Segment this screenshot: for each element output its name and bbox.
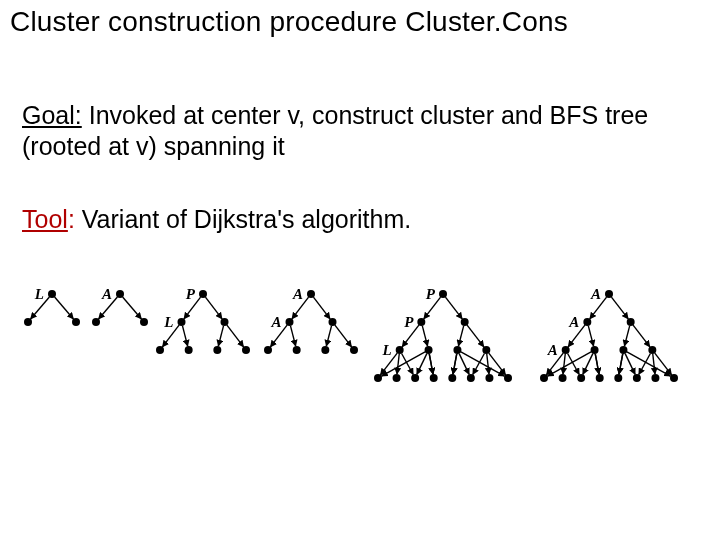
svg-line-40 <box>326 326 331 346</box>
svg-point-33 <box>293 346 301 354</box>
svg-point-94 <box>614 374 622 382</box>
svg-point-1 <box>48 290 56 298</box>
svg-point-3 <box>72 318 80 326</box>
page-title: Cluster construction procedure Cluster.C… <box>10 6 710 38</box>
svg-point-7 <box>116 290 124 298</box>
svg-point-93 <box>596 374 604 382</box>
svg-point-55 <box>430 374 438 382</box>
svg-point-35 <box>350 346 358 354</box>
svg-line-72 <box>487 354 489 374</box>
svg-text:P: P <box>426 286 436 302</box>
svg-line-109 <box>625 354 635 375</box>
svg-point-46 <box>417 318 425 326</box>
tool-text: Variant of Dijkstra's algorithm. <box>75 205 411 233</box>
svg-line-24 <box>182 326 187 346</box>
goal-line: Goal: Invoked at center v, construct clu… <box>22 100 700 163</box>
svg-point-51 <box>482 346 490 354</box>
svg-text:L: L <box>381 342 391 358</box>
svg-point-16 <box>221 318 229 326</box>
svg-line-22 <box>205 297 222 319</box>
svg-point-56 <box>448 374 456 382</box>
svg-text:A: A <box>270 314 281 330</box>
svg-line-106 <box>583 354 593 375</box>
svg-text:P: P <box>186 286 196 302</box>
svg-line-5 <box>55 297 74 319</box>
svg-point-59 <box>504 374 512 382</box>
tool-lead: Tool <box>22 205 68 233</box>
svg-point-84 <box>583 318 591 326</box>
tool-line: Tool: Variant of Dijkstra's algorithm. <box>22 205 700 234</box>
svg-text:A: A <box>292 286 303 302</box>
svg-point-32 <box>264 346 272 354</box>
svg-point-96 <box>651 374 659 382</box>
svg-point-52 <box>374 374 382 382</box>
svg-line-68 <box>417 354 427 375</box>
svg-point-30 <box>286 318 294 326</box>
svg-line-26 <box>227 325 244 347</box>
goal-text: Invoked at center v, construct cluster a… <box>22 101 648 160</box>
svg-line-110 <box>653 354 655 374</box>
svg-line-11 <box>123 297 142 319</box>
svg-line-25 <box>218 326 223 346</box>
svg-point-89 <box>648 346 656 354</box>
svg-point-29 <box>307 290 315 298</box>
svg-point-47 <box>461 318 469 326</box>
trees-figure: LAPLAAPPLAAA <box>0 280 720 480</box>
svg-point-87 <box>591 346 599 354</box>
svg-point-17 <box>156 346 164 354</box>
svg-text:A: A <box>590 286 601 302</box>
svg-line-64 <box>458 326 463 346</box>
svg-line-102 <box>624 326 629 346</box>
svg-text:L: L <box>163 314 173 330</box>
svg-point-90 <box>540 374 548 382</box>
svg-point-83 <box>605 290 613 298</box>
svg-line-105 <box>563 354 565 374</box>
svg-point-58 <box>485 374 493 382</box>
svg-line-63 <box>422 326 427 346</box>
svg-point-86 <box>562 346 570 354</box>
svg-point-15 <box>178 318 186 326</box>
svg-point-31 <box>329 318 337 326</box>
svg-point-85 <box>627 318 635 326</box>
svg-line-114 <box>619 354 623 374</box>
goal-lead: Goal: <box>22 101 82 129</box>
svg-point-92 <box>577 374 585 382</box>
svg-point-18 <box>185 346 193 354</box>
svg-line-71 <box>459 354 469 375</box>
svg-text:A: A <box>568 314 579 330</box>
tool-colon: : <box>68 205 75 233</box>
svg-point-54 <box>411 374 419 382</box>
svg-point-50 <box>453 346 461 354</box>
svg-line-67 <box>397 354 399 374</box>
svg-point-88 <box>619 346 627 354</box>
svg-text:P: P <box>404 314 414 330</box>
svg-line-39 <box>290 326 295 346</box>
svg-point-2 <box>24 318 32 326</box>
svg-point-49 <box>425 346 433 354</box>
svg-point-19 <box>213 346 221 354</box>
svg-text:A: A <box>547 342 558 358</box>
svg-line-76 <box>453 354 457 374</box>
svg-point-97 <box>670 374 678 382</box>
svg-point-91 <box>559 374 567 382</box>
svg-text:L: L <box>34 286 44 302</box>
svg-point-20 <box>242 346 250 354</box>
svg-line-37 <box>313 297 330 319</box>
svg-line-61 <box>445 297 462 319</box>
svg-line-41 <box>335 325 352 347</box>
svg-line-103 <box>633 325 650 347</box>
svg-line-113 <box>595 354 599 374</box>
svg-line-101 <box>588 326 593 346</box>
svg-line-65 <box>467 325 484 347</box>
svg-point-34 <box>321 346 329 354</box>
svg-point-48 <box>396 346 404 354</box>
svg-text:A: A <box>101 286 112 302</box>
svg-point-14 <box>199 290 207 298</box>
svg-line-75 <box>429 354 433 374</box>
svg-line-99 <box>611 297 628 319</box>
svg-point-57 <box>467 374 475 382</box>
svg-point-95 <box>633 374 641 382</box>
svg-point-53 <box>393 374 401 382</box>
svg-point-45 <box>439 290 447 298</box>
svg-point-8 <box>92 318 100 326</box>
